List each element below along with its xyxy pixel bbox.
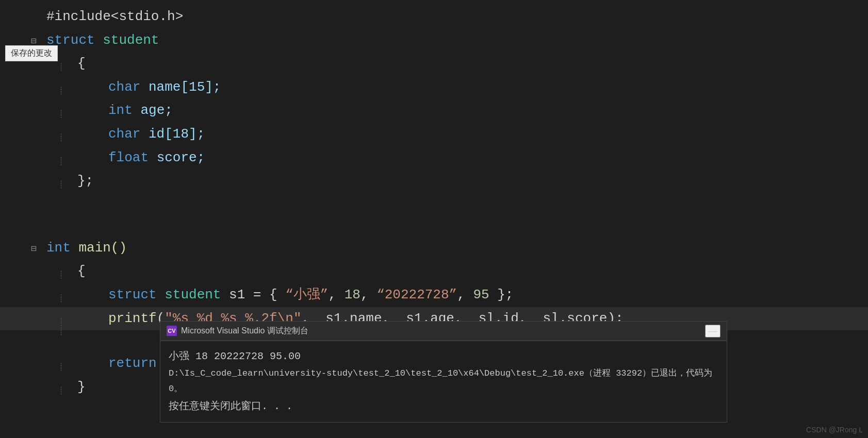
- code-line-3: {: [0, 52, 868, 76]
- console-window: CV Microsoft Visual Studio 调试控制台 — 小强 18…: [160, 321, 727, 423]
- code-line-6: char id[18];: [0, 123, 868, 146]
- console-minimize-button[interactable]: —: [705, 325, 720, 338]
- console-title-left: CV Microsoft Visual Studio 调试控制台: [167, 326, 308, 336]
- console-body: 小强 18 20222728 95.00 D:\Is_C_code_learn\…: [160, 341, 727, 422]
- vs-icon: CV: [167, 326, 177, 336]
- code-line-2: ⊟ struct student: [0, 29, 868, 53]
- line-content: char name[15];: [108, 77, 868, 98]
- console-output-line-2: D:\Is_C_code_learn\university-study\test…: [169, 366, 718, 397]
- line-content: #include<stdio.h>: [46, 6, 868, 28]
- code-line-12: {: [0, 260, 868, 283]
- code-line-1: #include<stdio.h>: [0, 5, 868, 29]
- line-content: float score;: [108, 147, 868, 169]
- code-line-5: int age;: [0, 99, 868, 123]
- code-line-11: ⊟ int main(): [0, 237, 868, 260]
- code-line-9: [0, 193, 868, 215]
- console-titlebar: CV Microsoft Visual Studio 调试控制台 —: [160, 322, 727, 341]
- line-content: {: [77, 53, 868, 75]
- code-line-8: };: [0, 170, 868, 193]
- code-line-10: [0, 215, 868, 237]
- code-line-4: char name[15];: [0, 76, 868, 99]
- watermark: CSDN @JRong L: [806, 426, 863, 434]
- console-output-line-1: 小强 18 20222728 95.00: [169, 347, 718, 366]
- line-content: {: [77, 261, 868, 282]
- save-tooltip: 保存的更改: [5, 45, 58, 61]
- line-content: };: [77, 171, 868, 192]
- console-output: 小强 18 20222728 95.00 D:\Is_C_code_learn\…: [169, 347, 718, 416]
- line-content: int main(): [46, 238, 868, 259]
- line-content: int age;: [108, 100, 868, 122]
- console-output-line-3: 按任意键关闭此窗口. . .: [169, 397, 718, 416]
- line-content: struct student: [46, 30, 868, 52]
- line-content: struct student s1 = { “小强”, 18, “2022272…: [108, 284, 868, 306]
- code-line-7: float score;: [0, 146, 868, 170]
- console-title-text: Microsoft Visual Studio 调试控制台: [181, 326, 308, 336]
- code-line-13: struct student s1 = { “小强”, 18, “2022272…: [0, 283, 868, 307]
- line-content: char id[18];: [108, 124, 868, 145]
- fold-icon[interactable]: ⊟: [31, 242, 46, 257]
